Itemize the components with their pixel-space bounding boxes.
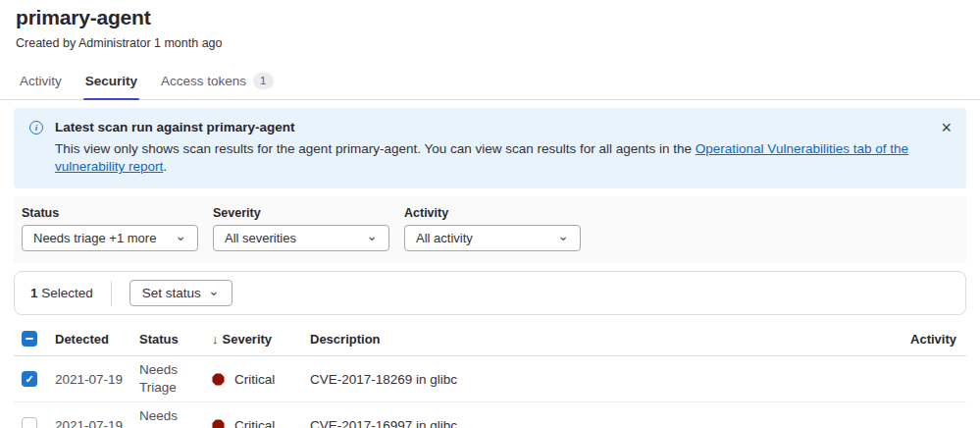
status-filter-group: Status Needs triage +1 more ⌄: [22, 206, 198, 251]
page-subtitle: Created by Administrator 1 month ago: [16, 36, 964, 50]
activity-filter-value: All activity: [416, 231, 473, 245]
selected-count-text: 1 Selected: [30, 286, 93, 300]
set-status-button[interactable]: Set status ⌄: [129, 280, 232, 306]
vulnerability-table: Detected Status ↓Severity Description Ac…: [14, 323, 966, 428]
tab-bar: Activity Security Access tokens 1: [0, 64, 980, 100]
status-filter-label: Status: [22, 206, 198, 220]
header-activity[interactable]: Activity: [878, 332, 966, 347]
table-header-row: Detected Status ↓Severity Description Ac…: [14, 323, 966, 356]
activity-filter-group: Activity All activity ⌄: [404, 206, 581, 251]
status-filter-dropdown[interactable]: Needs triage +1 more ⌄: [22, 225, 198, 251]
row-checkbox-cell: ✓: [14, 371, 55, 387]
row-checkbox[interactable]: [22, 417, 37, 428]
severity-label: Critical: [234, 418, 275, 428]
selection-bar: 1 Selected Set status ⌄: [14, 271, 966, 315]
chevron-down-icon: ⌄: [175, 229, 186, 242]
severity-cell: Critical: [212, 372, 310, 387]
description-cell[interactable]: CVE-2017-16997 in glibc: [310, 418, 878, 428]
tab-access-tokens-label: Access tokens: [161, 74, 246, 88]
banner-body: This view only shows scan results for th…: [55, 140, 923, 176]
tab-security[interactable]: Security: [74, 64, 149, 99]
activity-filter-dropdown[interactable]: All activity ⌄: [404, 225, 581, 251]
header-description[interactable]: Description: [310, 332, 878, 347]
divider: [111, 281, 112, 306]
severity-critical-icon: [212, 419, 225, 428]
severity-critical-icon: [212, 373, 225, 386]
page-title: primary-agent: [16, 6, 964, 29]
header-severity-label: Severity: [223, 332, 273, 347]
chevron-down-icon: ⌄: [208, 284, 220, 297]
header-severity[interactable]: ↓Severity: [212, 332, 310, 347]
chevron-down-icon: ⌄: [366, 229, 378, 242]
row-checkbox[interactable]: ✓: [22, 371, 37, 387]
page-header: primary-agent Created by Administrator 1…: [0, 0, 980, 50]
detected-cell: 2021-07-19: [55, 372, 139, 387]
severity-filter-group: Severity All severities ⌄: [213, 206, 389, 251]
banner-title: Latest scan run against primary-agent: [55, 120, 923, 134]
detected-cell: 2021-07-19: [55, 418, 139, 428]
description-cell[interactable]: CVE-2017-18269 in glibc: [310, 372, 878, 387]
activity-filter-label: Activity: [404, 206, 581, 220]
indeterminate-icon: [26, 338, 33, 340]
banner-content: Latest scan run against primary-agent Th…: [55, 120, 923, 176]
selected-count: 1: [30, 286, 38, 300]
filter-bar: Status Needs triage +1 more ⌄ Severity A…: [14, 196, 966, 263]
tab-access-tokens[interactable]: Access tokens 1: [149, 64, 284, 99]
status-cell: Needs Triage: [139, 407, 212, 428]
info-icon: i: [29, 121, 43, 134]
chevron-down-icon: ⌄: [557, 229, 569, 242]
severity-filter-dropdown[interactable]: All severities ⌄: [213, 225, 389, 251]
tab-activity-label: Activity: [20, 74, 62, 88]
status-cell: Needs Triage: [139, 361, 212, 399]
banner-body-text: This view only shows scan results for th…: [55, 141, 696, 156]
table-row[interactable]: ✓ 2021-07-19 Needs Triage Critical CVE-2…: [14, 356, 966, 402]
close-icon[interactable]: ×: [939, 117, 954, 138]
status-filter-value: Needs triage +1 more: [33, 231, 156, 245]
row-checkbox-cell: [14, 417, 55, 428]
table-row[interactable]: 2021-07-19 Needs Triage Critical CVE-201…: [14, 402, 966, 428]
tab-security-label: Security: [85, 74, 137, 88]
access-tokens-count-badge: 1: [253, 73, 273, 89]
sort-down-icon: ↓: [212, 332, 219, 347]
header-status[interactable]: Status: [139, 332, 212, 347]
scan-info-banner: i Latest scan run against primary-agent …: [14, 108, 966, 188]
set-status-label: Set status: [142, 286, 201, 300]
tab-activity[interactable]: Activity: [8, 64, 74, 99]
banner-body-suffix: .: [163, 159, 167, 174]
select-all-checkbox[interactable]: [22, 331, 37, 347]
selected-label: Selected: [41, 286, 93, 300]
severity-filter-label: Severity: [213, 206, 389, 220]
severity-filter-value: All severities: [225, 231, 296, 245]
header-checkbox-cell: [14, 331, 55, 347]
severity-cell: Critical: [212, 418, 310, 428]
severity-label: Critical: [234, 372, 275, 387]
header-detected[interactable]: Detected: [55, 332, 139, 347]
